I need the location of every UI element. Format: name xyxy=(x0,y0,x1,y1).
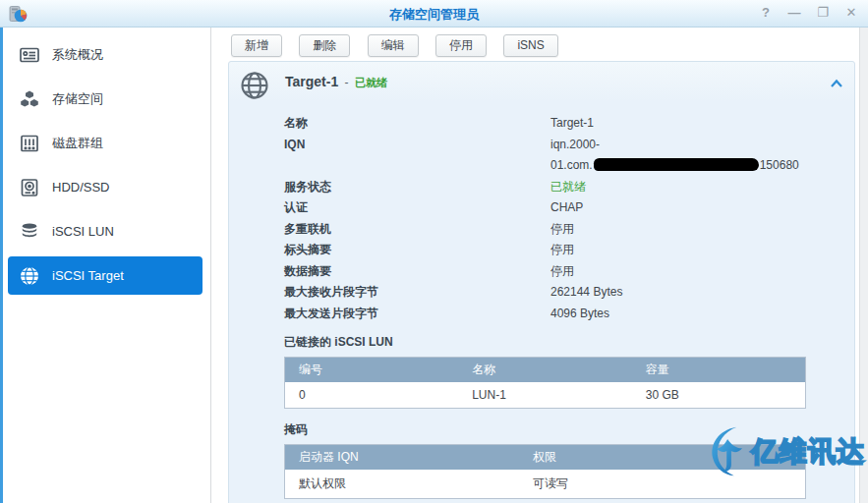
detail-row-service-status: 服务状态 已就绪 xyxy=(284,177,854,198)
help-icon[interactable]: ? xyxy=(759,5,773,20)
table-row[interactable]: 默认权限 可读写 xyxy=(285,470,806,499)
sidebar-item-label: 系统概况 xyxy=(52,46,103,64)
close-icon[interactable]: ✕ xyxy=(844,5,858,20)
sidebar-item-label: 存储空间 xyxy=(52,90,103,108)
isns-button[interactable]: iSNS xyxy=(503,34,557,57)
storage-cubes-icon xyxy=(18,88,41,110)
detail-row-data-digest: 数据摘要 停用 xyxy=(284,261,854,283)
target-globe-icon xyxy=(240,71,269,100)
sidebar-item-label: iSCSI Target xyxy=(52,268,124,283)
storage-manager-window: 存储空间管理员 ? — ❐ ✕ 系统概况 xyxy=(0,0,868,503)
lun-table: 编号 名称 容量 0 LUN-1 30 GB xyxy=(284,357,806,409)
sidebar-item-iscsi-target[interactable]: iSCSI Target xyxy=(8,256,203,295)
detail-row-iqn: IQN iqn.2000- 01.com.150680 xyxy=(284,135,854,177)
maximize-icon[interactable]: ❐ xyxy=(816,5,830,20)
column-header: 容量 xyxy=(632,358,806,383)
disk-group-icon xyxy=(18,133,41,154)
column-header: 名称 xyxy=(458,358,632,383)
overview-card-icon xyxy=(18,44,41,66)
lun-database-icon xyxy=(18,221,41,243)
target-status-badge: 已就绪 xyxy=(355,77,387,88)
title-separator: - xyxy=(345,76,349,89)
sidebar: 系统概况 存储空间 xyxy=(0,28,211,503)
minimize-icon[interactable]: — xyxy=(787,5,801,20)
detail-row-max-receive: 最大接收片段字节 262144 Bytes xyxy=(284,282,854,304)
sidebar-item-label: iSCSI LUN xyxy=(52,224,114,239)
mask-table: 启动器 IQN 权限 默认权限 可读写 xyxy=(284,444,806,499)
column-header: 启动器 IQN xyxy=(285,445,520,471)
target-panel: Target-1 - 已就绪 名称 Target-1 IQN xyxy=(228,61,855,503)
sidebar-item-volume[interactable]: 存储空间 xyxy=(3,77,210,121)
sidebar-item-label: 磁盘群组 xyxy=(52,135,103,152)
target-name: Target-1 xyxy=(285,74,338,89)
detail-row-auth: 认证 CHAP xyxy=(284,197,854,219)
detail-row-max-send: 最大发送片段字节 4096 Bytes xyxy=(284,304,854,325)
sidebar-item-hdd-ssd[interactable]: HDD/SSD xyxy=(3,165,210,209)
sidebar-item-disk-group[interactable]: 磁盘群组 xyxy=(3,121,210,165)
collapse-chevron-icon[interactable] xyxy=(830,79,843,88)
hdd-icon xyxy=(18,177,41,198)
delete-button[interactable]: 删除 xyxy=(299,34,350,57)
target-details: 名称 Target-1 IQN iqn.2000- 01.com.150680 … xyxy=(284,113,854,324)
lun-section-heading: 已链接的 iSCSI LUN xyxy=(284,334,854,351)
window-title: 存储空间管理员 xyxy=(0,6,868,24)
target-panel-header: Target-1 - 已就绪 xyxy=(229,62,854,100)
globe-icon xyxy=(18,265,41,287)
detail-row-multi-session: 多重联机 停用 xyxy=(284,219,854,241)
detail-row-header-digest: 标头摘要 停用 xyxy=(284,240,854,261)
sidebar-item-overview[interactable]: 系统概况 xyxy=(3,32,210,77)
mask-section-heading: 掩码 xyxy=(284,421,854,438)
edit-button[interactable]: 编辑 xyxy=(368,34,419,57)
sidebar-item-iscsi-lun[interactable]: iSCSI LUN xyxy=(3,209,210,253)
detail-row-name: 名称 Target-1 xyxy=(284,113,854,135)
create-button[interactable]: 新增 xyxy=(231,34,282,57)
vertical-scrollbar[interactable] xyxy=(859,28,868,503)
main-content: 新增 删除 编辑 停用 iSNS Target-1 xyxy=(211,28,868,503)
mask-table-header-row: 启动器 IQN 权限 xyxy=(285,445,806,471)
column-header: 权限 xyxy=(519,445,806,471)
sidebar-item-label: HDD/SSD xyxy=(52,180,110,195)
toolbar: 新增 删除 编辑 停用 iSNS xyxy=(211,28,868,61)
column-header: 编号 xyxy=(285,358,459,383)
table-row[interactable]: 0 LUN-1 30 GB xyxy=(285,382,806,409)
disable-button[interactable]: 停用 xyxy=(435,34,487,57)
titlebar: 存储空间管理员 ? — ❐ ✕ xyxy=(0,0,868,28)
iqn-value: iqn.2000- 01.com.150680 xyxy=(550,135,854,177)
lun-table-header-row: 编号 名称 容量 xyxy=(285,358,806,383)
redaction-blob xyxy=(594,158,759,171)
